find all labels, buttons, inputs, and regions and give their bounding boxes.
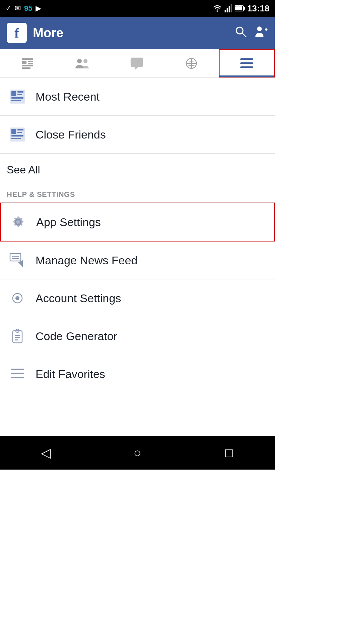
search-icon[interactable] (235, 25, 247, 41)
email-icon: ✉ (15, 4, 21, 13)
svg-rect-26 (240, 66, 253, 68)
play-icon: ▶ (36, 4, 41, 13)
account-settings-icon (7, 287, 28, 309)
svg-rect-16 (28, 63, 33, 64)
svg-rect-34 (11, 129, 16, 134)
code-generator-icon (7, 325, 28, 347)
svg-rect-38 (11, 138, 21, 139)
check-icon: ✓ (5, 4, 11, 13)
facebook-logo: f (7, 23, 27, 43)
svg-rect-52 (11, 377, 24, 378)
close-friends-label: Close Friends (36, 128, 106, 141)
main-content: Most Recent Close Friends See All HELP &… (0, 78, 275, 436)
svg-rect-1 (225, 10, 226, 12)
svg-rect-7 (235, 6, 242, 10)
svg-point-46 (17, 330, 18, 331)
edit-favorites-icon (7, 363, 28, 385)
app-settings-label: App Settings (36, 216, 101, 229)
signal-icon (225, 4, 232, 12)
svg-rect-36 (17, 132, 22, 133)
svg-rect-25 (240, 62, 253, 64)
svg-rect-32 (11, 100, 21, 101)
status-right-icons: 13:18 (213, 3, 270, 14)
app-settings-icon (7, 211, 29, 233)
status-left-icons: ✓ ✉ 95 ▶ (5, 4, 41, 13)
code-generator-label: Code Generator (36, 330, 117, 343)
close-friends-item[interactable]: Close Friends (0, 116, 275, 154)
svg-rect-18 (22, 67, 31, 69)
svg-point-10 (257, 26, 262, 31)
svg-rect-51 (11, 373, 24, 374)
svg-rect-2 (227, 8, 228, 12)
svg-rect-15 (28, 61, 33, 62)
svg-rect-48 (15, 337, 20, 338)
notification-count: 95 (24, 4, 32, 13)
manage-news-feed-label: Manage News Feed (36, 254, 137, 267)
app-bar-actions (235, 25, 268, 41)
most-recent-icon (7, 86, 28, 107)
account-settings-item[interactable]: Account Settings (0, 279, 275, 317)
svg-point-43 (15, 296, 19, 300)
svg-rect-14 (22, 61, 26, 64)
svg-rect-31 (11, 97, 23, 99)
manage-news-feed-item[interactable]: Manage News Feed (0, 241, 275, 279)
svg-rect-24 (240, 58, 253, 60)
svg-point-20 (83, 59, 87, 63)
edit-favorites-label: Edit Favorites (36, 368, 105, 381)
bottom-nav-bar: ◁ ○ □ (0, 436, 275, 470)
svg-rect-30 (17, 94, 22, 95)
friends-icon[interactable] (255, 25, 268, 41)
svg-line-9 (242, 33, 246, 37)
most-recent-label: Most Recent (36, 90, 100, 103)
see-all-link[interactable]: See All (0, 154, 275, 179)
svg-rect-4 (231, 4, 232, 12)
help-settings-header: HELP & SETTINGS (0, 179, 275, 203)
tab-more[interactable] (219, 49, 275, 77)
svg-point-0 (217, 10, 218, 12)
svg-rect-37 (11, 135, 23, 137)
svg-point-19 (77, 59, 82, 63)
svg-rect-17 (22, 65, 33, 66)
svg-rect-3 (229, 6, 230, 12)
tab-friends[interactable] (55, 49, 109, 77)
tab-bar (0, 49, 275, 78)
svg-rect-35 (17, 129, 23, 130)
svg-rect-49 (15, 339, 18, 340)
tab-notifications[interactable] (164, 49, 219, 77)
home-button[interactable]: ○ (124, 439, 151, 466)
wifi-icon (213, 4, 222, 12)
account-settings-label: Account Settings (36, 292, 121, 305)
status-time: 13:18 (247, 3, 270, 14)
most-recent-item[interactable]: Most Recent (0, 78, 275, 116)
svg-rect-50 (11, 369, 24, 370)
svg-rect-47 (15, 335, 20, 336)
battery-icon (235, 5, 245, 12)
svg-rect-39 (10, 254, 21, 261)
recents-button[interactable]: □ (216, 439, 242, 466)
code-generator-item[interactable]: Code Generator (0, 317, 275, 355)
svg-rect-6 (243, 7, 245, 10)
tab-messenger[interactable] (109, 49, 164, 77)
svg-rect-28 (11, 91, 16, 96)
svg-rect-29 (17, 91, 23, 93)
tab-newsfeed[interactable] (0, 49, 55, 77)
svg-rect-13 (22, 58, 33, 60)
app-bar-title: More (33, 26, 235, 40)
app-settings-item[interactable]: App Settings (0, 203, 275, 241)
app-bar: f More (0, 17, 275, 49)
status-bar: ✓ ✉ 95 ▶ 13:18 (0, 0, 275, 17)
edit-favorites-item[interactable]: Edit Favorites (0, 355, 275, 393)
close-friends-icon (7, 124, 28, 145)
back-button[interactable]: ◁ (33, 439, 59, 466)
manage-news-feed-icon (7, 250, 28, 271)
